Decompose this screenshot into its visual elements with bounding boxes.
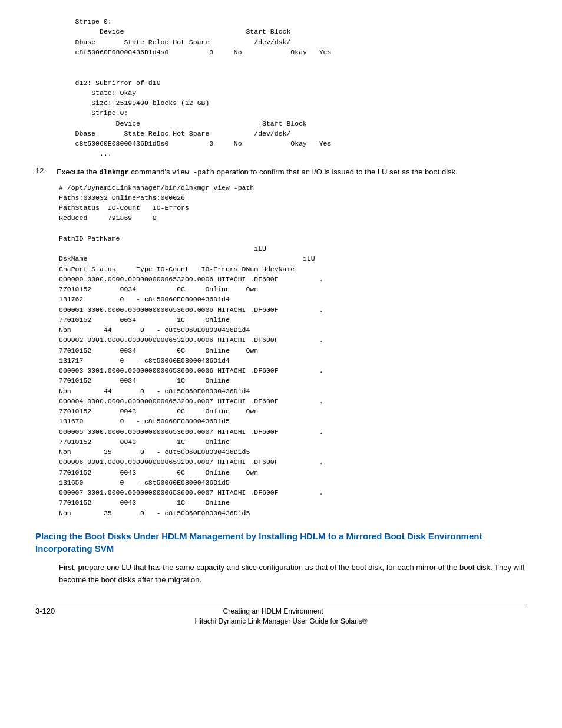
step-12-code: view -path (172, 169, 214, 177)
page: Stripe 0: Device Start Block Dbase State… (0, 0, 562, 728)
footer: 3-120 Creating an HDLM Environment (35, 604, 527, 615)
footer-center-text: Creating an HDLM Environment (223, 607, 323, 615)
step-number-12: 12. (35, 166, 57, 175)
section-heading: Placing the Boot Disks Under HDLM Manage… (35, 530, 527, 555)
code-block-2: # /opt/DynamicLinkManager/bin/dlnkmgr vi… (59, 183, 527, 518)
footer-bottom: Hitachi Dynamic Link Manager User Guide … (35, 615, 527, 625)
code-block-1: Stripe 0: Device Start Block Dbase State… (59, 17, 527, 159)
step-12-cmd: dlnkmgr (99, 169, 128, 177)
footer-page-number: 3-120 (35, 607, 55, 615)
step-12: 12. Execute the dlnkmgr command's view -… (35, 166, 527, 178)
step-12-text: Execute the dlnkmgr command's view -path… (57, 166, 527, 178)
body-text: First, prepare one LU that has the same … (59, 562, 527, 587)
